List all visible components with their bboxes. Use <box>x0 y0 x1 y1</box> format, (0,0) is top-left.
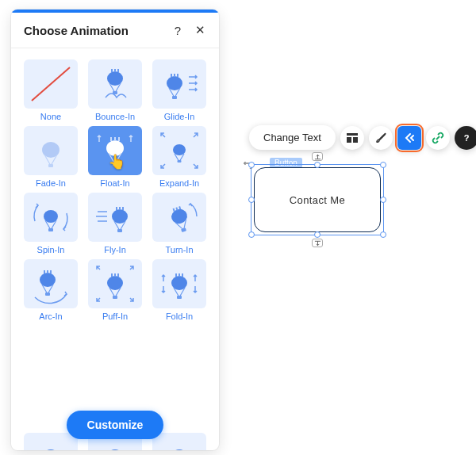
svg-rect-10 <box>172 96 177 99</box>
svg-rect-37 <box>44 270 45 273</box>
animation-tile-more[interactable] <box>24 433 78 450</box>
animation-label: Arc-In <box>39 312 62 321</box>
animation-tile-more[interactable] <box>152 433 206 450</box>
svg-rect-47 <box>175 273 177 277</box>
svg-rect-55 <box>353 137 358 143</box>
svg-rect-39 <box>45 292 50 296</box>
animation-tile-float-in[interactable]: 👆 <box>88 126 142 175</box>
svg-rect-8 <box>171 74 172 77</box>
animation-tile-bounce-in[interactable] <box>88 59 142 109</box>
animation-option-fly-in: Fly-In <box>88 193 142 254</box>
svg-rect-53 <box>347 133 358 136</box>
help-icon[interactable]: ? <box>170 22 186 38</box>
link-icon[interactable] <box>426 126 450 150</box>
change-text-button[interactable]: Change Text <box>249 125 336 150</box>
svg-rect-43 <box>117 273 119 277</box>
resize-handle-mr[interactable] <box>380 197 386 203</box>
resize-handle-tr[interactable] <box>380 162 386 168</box>
animation-option-float-in: 👆 Float-In <box>88 126 142 188</box>
stretch-handle-top[interactable] <box>312 152 323 161</box>
resize-handle-tm[interactable] <box>314 162 321 168</box>
animation-option-fold-in: Fold-In <box>152 259 206 321</box>
animation-tile-fold-in[interactable] <box>152 259 206 308</box>
svg-rect-38 <box>50 270 52 273</box>
svg-rect-9 <box>177 74 178 77</box>
animation-tile-arc-in[interactable] <box>24 259 78 308</box>
animation-icon[interactable] <box>397 126 421 150</box>
animation-option-fade-in: Fade-In <box>24 126 78 188</box>
animation-label: Expand-In <box>159 178 199 188</box>
animation-option-none: None <box>24 59 78 121</box>
animation-tile-fade-in[interactable] <box>24 126 78 175</box>
svg-rect-42 <box>111 273 113 277</box>
animation-option-glide-in: Glide-In <box>152 59 206 121</box>
panel-header: Choose Animation ? ✕ <box>11 13 219 48</box>
svg-rect-7 <box>174 74 175 77</box>
resize-handle-bm[interactable] <box>314 231 321 238</box>
close-icon[interactable]: ✕ <box>192 22 208 38</box>
canvas-button-element[interactable]: Contact Me <box>254 167 381 232</box>
animation-label: Fly-In <box>104 245 126 254</box>
animation-option-arc-in: Arc-In <box>24 259 78 321</box>
panel-body: None <box>11 48 219 450</box>
animation-label: Spin-In <box>37 245 65 254</box>
animation-tile-turn-in[interactable] <box>152 193 206 242</box>
canvas-button-text: Contact Me <box>290 194 345 206</box>
animation-label: Glide-In <box>164 112 195 121</box>
animation-tile-fly-in[interactable] <box>88 193 142 242</box>
svg-rect-48 <box>182 273 183 277</box>
animation-option-puff-in: Puff-In <box>88 259 142 321</box>
svg-rect-44 <box>113 296 117 299</box>
svg-rect-12 <box>48 164 53 167</box>
design-brush-icon[interactable] <box>369 126 393 150</box>
svg-line-0 <box>32 67 70 101</box>
svg-rect-54 <box>347 137 351 143</box>
element-toolbar: Change Text ? <box>249 125 476 150</box>
animation-grid: None <box>24 59 206 321</box>
svg-rect-3 <box>111 69 113 72</box>
animation-option-spin-in: Spin-In <box>24 193 78 254</box>
svg-rect-2 <box>114 69 116 72</box>
svg-rect-14 <box>114 137 116 141</box>
svg-rect-26 <box>117 229 122 232</box>
svg-point-50 <box>43 449 59 450</box>
animation-tile-glide-in[interactable] <box>152 59 206 109</box>
svg-point-30 <box>170 207 190 225</box>
svg-rect-15 <box>110 137 112 141</box>
resize-handle-ml[interactable] <box>248 197 255 203</box>
svg-rect-4 <box>117 69 119 72</box>
toolbar-help-icon[interactable]: ? <box>455 126 476 150</box>
svg-rect-19 <box>178 160 182 162</box>
stretch-handle-bottom[interactable] <box>312 239 323 247</box>
layout-icon[interactable] <box>340 126 364 150</box>
animation-option-expand-in: Expand-In <box>152 126 206 188</box>
animation-tile-none[interactable] <box>24 59 78 109</box>
svg-rect-46 <box>178 273 180 277</box>
animation-option-turn-in: Turn-In <box>152 193 206 254</box>
svg-text:?: ? <box>463 133 469 143</box>
animation-label: Float-In <box>100 178 129 188</box>
animation-tile-expand-in[interactable] <box>152 126 206 175</box>
resize-handle-tl[interactable] <box>248 162 255 168</box>
svg-rect-25 <box>122 207 124 210</box>
animation-label: Turn-In <box>165 245 193 254</box>
svg-point-51 <box>107 449 123 450</box>
resize-handle-bl[interactable] <box>248 231 255 238</box>
customize-button[interactable]: Customize <box>67 411 164 439</box>
animation-panel: Choose Animation ? ✕ None <box>11 10 219 450</box>
svg-rect-24 <box>116 207 117 210</box>
animation-tile-puff-in[interactable] <box>88 259 142 308</box>
svg-rect-49 <box>177 296 182 299</box>
animation-label: Bounce-In <box>95 112 135 121</box>
animation-label: Fold-In <box>166 312 193 321</box>
svg-rect-17 <box>113 162 117 166</box>
svg-rect-32 <box>173 208 175 212</box>
animation-label: None <box>40 112 61 121</box>
svg-rect-21 <box>48 228 53 231</box>
animation-tile-spin-in[interactable] <box>24 193 78 242</box>
animation-label: Fade-In <box>36 178 66 188</box>
svg-rect-36 <box>47 270 48 273</box>
svg-rect-41 <box>114 273 116 277</box>
resize-handle-br[interactable] <box>380 231 386 238</box>
animation-option-bounce-in: Bounce-In <box>88 59 142 121</box>
